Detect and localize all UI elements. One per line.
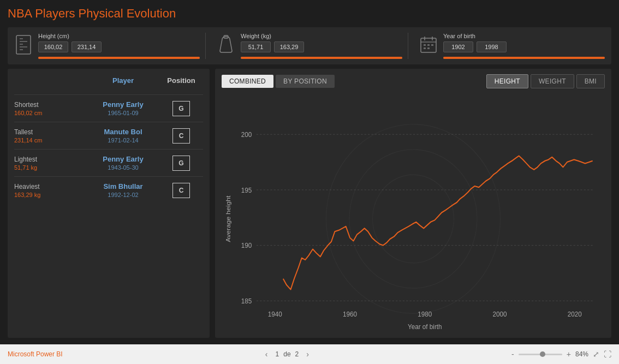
col-position-header: Position — [159, 76, 203, 85]
current-page: 1 — [276, 350, 279, 358]
player-info: Sim Bhullar 1992-12-02 — [87, 182, 159, 198]
weight-filter: Weight (kg) 51,71 163,29 — [205, 33, 402, 59]
player-date: 1965-01-09 — [87, 110, 159, 116]
chart-svg: 185 190 195 200 1940 1960 1980 2000 2020… — [222, 93, 605, 332]
svg-rect-11 — [424, 44, 426, 46]
zoom-in-button[interactable]: + — [567, 350, 571, 359]
position-badge[interactable]: G — [172, 156, 190, 171]
zoom-slider[interactable] — [519, 354, 562, 355]
svg-rect-0 — [16, 35, 31, 54]
tab-height[interactable]: HEIGHT — [486, 74, 528, 88]
position-cell: G — [159, 156, 203, 171]
stat-label: Shortest — [14, 101, 87, 109]
next-page-button[interactable]: › — [303, 349, 312, 360]
position-cell: G — [159, 101, 203, 116]
position-badge[interactable]: G — [172, 101, 190, 116]
stat-value: 51,71 kg — [14, 164, 87, 171]
stat-value: 160,02 cm — [14, 110, 87, 116]
col-player-header: Player — [87, 76, 159, 85]
tab-by-position[interactable]: BY POSITION — [276, 75, 335, 88]
year-min[interactable]: 1902 — [443, 41, 473, 52]
stat-value: 163,29 kg — [14, 192, 87, 198]
stat-info: Tallest 231,14 cm — [14, 128, 87, 144]
fullscreen-icon[interactable]: ⛶ — [604, 350, 611, 359]
height-slider[interactable] — [38, 57, 200, 59]
svg-text:1980: 1980 — [418, 311, 432, 319]
position-badge[interactable]: C — [172, 183, 190, 198]
expand-icon[interactable]: ⤢ — [593, 350, 599, 359]
chart-area: 185 190 195 200 1940 1960 1980 2000 2020… — [222, 93, 605, 332]
stats-panel: Player Position Shortest 160,02 cm Penny… — [8, 69, 210, 338]
zoom-out-button[interactable]: - — [511, 350, 514, 359]
svg-text:190: 190 — [241, 242, 252, 250]
year-slider[interactable] — [443, 57, 605, 59]
powerbi-link[interactable]: Microsoft Power BI — [8, 350, 63, 358]
weight-filter-info: Weight (kg) 51,71 163,29 — [241, 33, 402, 59]
chart-controls: COMBINED BY POSITION HEIGHT WEIGHT BMI — [222, 74, 605, 88]
svg-rect-15 — [427, 47, 430, 49]
zoom-controls: - + 84% ⤢ ⛶ — [511, 350, 611, 359]
chart-panel: COMBINED BY POSITION HEIGHT WEIGHT BMI — [215, 69, 611, 338]
position-badge[interactable]: C — [172, 128, 190, 144]
svg-text:195: 195 — [241, 186, 252, 194]
weight-label: Weight (kg) — [241, 33, 402, 39]
year-label: Year of birth — [443, 33, 605, 39]
page-title: NBA Players Physical Evolution — [8, 7, 611, 21]
player-name: Sim Bhullar — [87, 182, 159, 190]
table-row: Heaviest 163,29 kg Sim Bhullar 1992-12-0… — [14, 176, 203, 204]
player-info: Manute Bol 1971-02-14 — [87, 128, 159, 144]
svg-text:185: 185 — [241, 297, 252, 305]
stat-label: Heaviest — [14, 183, 87, 190]
stat-info: Lightest 51,71 kg — [14, 156, 87, 171]
prev-page-button[interactable]: ‹ — [262, 349, 271, 360]
svg-rect-14 — [424, 47, 426, 49]
pagination: ‹ 1 de 2 › — [262, 349, 312, 360]
table-row: Tallest 231,14 cm Manute Bol 1971-02-14 … — [14, 122, 203, 149]
weight-icon — [217, 34, 235, 58]
player-name: Penny Early — [87, 100, 159, 109]
year-max[interactable]: 1998 — [477, 41, 507, 52]
svg-text:1940: 1940 — [268, 311, 282, 319]
position-cell: C — [159, 128, 203, 144]
stat-info: Shortest 160,02 cm — [14, 101, 87, 116]
calendar-icon — [419, 35, 438, 57]
player-date: 1971-02-14 — [87, 137, 159, 144]
stat-info: Heaviest 163,29 kg — [14, 183, 87, 198]
svg-text:200: 200 — [241, 130, 252, 139]
tab-combined[interactable]: COMBINED — [222, 75, 273, 88]
year-filter-info: Year of birth 1902 1998 — [443, 33, 605, 59]
height-icon — [14, 34, 33, 58]
position-cell: C — [159, 183, 203, 198]
table-row: Shortest 160,02 cm Penny Early 1965-01-0… — [14, 94, 203, 122]
table-header: Player Position — [14, 76, 203, 88]
page-separator: de — [283, 350, 290, 358]
player-name: Manute Bol — [87, 128, 159, 136]
svg-text:1960: 1960 — [343, 311, 357, 319]
tab-bmi[interactable]: BMI — [576, 74, 605, 88]
table-row: Lightest 51,71 kg Penny Early 1943-05-30… — [14, 149, 203, 176]
height-min[interactable]: 160,02 — [38, 41, 68, 52]
tab-weight[interactable]: WEIGHT — [531, 74, 574, 88]
svg-text:2000: 2000 — [492, 311, 507, 319]
weight-max[interactable]: 163,29 — [274, 41, 304, 52]
weight-min[interactable]: 51,71 — [241, 41, 271, 52]
height-max[interactable]: 231,14 — [72, 41, 102, 52]
player-info: Penny Early 1965-01-09 — [87, 100, 159, 116]
svg-text:Year of birth: Year of birth — [408, 323, 442, 331]
svg-text:Average height: Average height — [224, 195, 231, 242]
bottom-bar: Microsoft Power BI ‹ 1 de 2 › - + 84% ⤢ … — [0, 344, 619, 364]
view-tab-group: COMBINED BY POSITION — [222, 75, 335, 88]
height-label: Height (cm) — [38, 33, 200, 39]
metric-tab-group: HEIGHT WEIGHT BMI — [486, 74, 605, 88]
svg-text:2020: 2020 — [568, 311, 582, 319]
total-pages: 2 — [295, 350, 299, 358]
player-name: Penny Early — [87, 155, 159, 163]
filter-bar: Height (cm) 160,02 231,14 Weight (kg) — [8, 27, 611, 64]
svg-rect-13 — [431, 44, 433, 46]
year-filter: Year of birth 1902 1998 — [408, 33, 605, 59]
svg-rect-12 — [427, 44, 430, 46]
svg-rect-16 — [222, 93, 605, 332]
stat-label: Tallest — [14, 128, 87, 136]
height-filter: Height (cm) 160,02 231,14 — [14, 33, 200, 59]
weight-slider[interactable] — [241, 57, 402, 59]
